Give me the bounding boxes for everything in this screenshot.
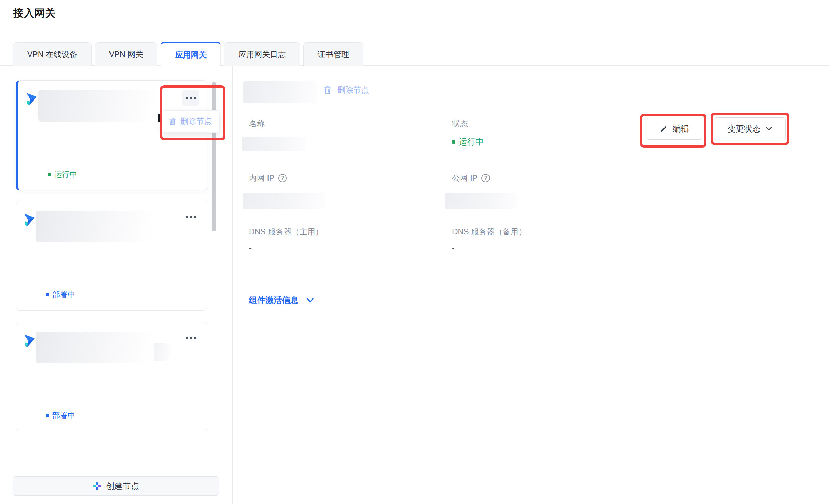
- dns-primary-value: -: [249, 243, 252, 253]
- trash-icon: [169, 117, 176, 125]
- node-more-button[interactable]: [182, 90, 199, 106]
- sidebar-scrollbar[interactable]: [212, 82, 216, 231]
- node-more-button[interactable]: [184, 212, 198, 222]
- status-value: 运行中: [452, 136, 484, 147]
- tab-vpn-gateway[interactable]: VPN 网关: [95, 42, 158, 66]
- edit-button[interactable]: 编辑: [647, 118, 702, 140]
- trash-icon: [324, 86, 332, 95]
- node-logo-icon: [24, 213, 35, 227]
- change-status-label: 变更状态: [727, 123, 760, 134]
- change-status-button[interactable]: 变更状态: [714, 117, 786, 140]
- app-gateway-page: 接入网关 VPN 在线设备 VPN 网关 应用网关 应用网关日志 证书管理 运行…: [0, 0, 829, 504]
- node-card[interactable]: 部署中: [16, 322, 207, 431]
- create-node-button[interactable]: 创建节点: [13, 476, 219, 496]
- component-activation-toggle[interactable]: 组件激活信息: [249, 295, 314, 306]
- delete-node-link[interactable]: 删除节点: [324, 85, 369, 95]
- status-bullet-icon: [46, 293, 49, 296]
- node-status: 运行中: [48, 169, 77, 180]
- chevron-down-icon: [307, 298, 314, 303]
- node-name-masked: [38, 90, 155, 122]
- status-field-label: 状态: [452, 118, 468, 129]
- status-value-label: 运行中: [459, 136, 484, 147]
- node-card-selected[interactable]: 运行中: [16, 80, 207, 190]
- tab-cert-management[interactable]: 证书管理: [303, 42, 363, 66]
- node-more-button[interactable]: [184, 333, 198, 343]
- node-card[interactable]: 部署中: [16, 201, 207, 311]
- node-status-label: 部署中: [52, 410, 75, 421]
- intranet-ip-label: 内网 IP ?: [249, 173, 287, 183]
- pencil-icon: [660, 125, 667, 133]
- create-node-label: 创建节点: [106, 481, 139, 492]
- node-status: 部署中: [46, 290, 75, 300]
- detail-node-name-masked: [243, 81, 317, 103]
- node-name-masked: [36, 211, 153, 242]
- sidebar-divider: [232, 66, 233, 504]
- ellipsis-icon: [186, 337, 188, 339]
- chevron-down-icon: [766, 127, 772, 131]
- tab-app-gateway-logs[interactable]: 应用网关日志: [224, 42, 300, 66]
- status-bullet-icon: [48, 173, 51, 176]
- tab-app-gateway[interactable]: 应用网关: [161, 42, 221, 66]
- node-status: 部署中: [46, 410, 75, 421]
- public-ip-value-masked: [445, 193, 516, 209]
- dns-primary-label: DNS 服务器（主用）: [249, 227, 323, 237]
- masked-text-artifact: [158, 114, 161, 122]
- intranet-ip-value-masked: [243, 193, 325, 209]
- page-title: 接入网关: [13, 6, 56, 20]
- name-value-masked: [242, 137, 306, 151]
- tab-vpn-online-devices[interactable]: VPN 在线设备: [13, 42, 92, 66]
- help-icon[interactable]: ?: [278, 174, 287, 182]
- edit-button-label: 编辑: [673, 123, 689, 134]
- tab-bar: VPN 在线设备 VPN 网关 应用网关 应用网关日志 证书管理: [13, 42, 363, 66]
- help-icon[interactable]: ?: [481, 174, 490, 182]
- dns-backup-value: -: [452, 243, 455, 253]
- plus-icon: [93, 482, 101, 490]
- node-name-masked: [36, 332, 153, 363]
- public-ip-label: 公网 IP ?: [452, 173, 490, 183]
- ellipsis-icon: [186, 216, 188, 218]
- status-bullet-icon: [46, 414, 49, 417]
- status-bullet-icon: [452, 140, 455, 144]
- node-status-label: 运行中: [54, 169, 77, 180]
- node-status-label: 部署中: [52, 290, 75, 300]
- ellipsis-icon: [186, 97, 188, 99]
- node-name-masked-tail: [154, 343, 170, 361]
- node-logo-icon: [24, 334, 35, 348]
- component-activation-label: 组件激活信息: [249, 295, 298, 306]
- delete-node-menu-item[interactable]: 删除节点: [162, 110, 220, 133]
- node-logo-icon: [26, 92, 38, 106]
- delete-node-link-label: 删除节点: [337, 85, 369, 95]
- delete-node-menu-label: 删除节点: [180, 116, 212, 127]
- dns-backup-label: DNS 服务器（备用）: [452, 227, 526, 237]
- name-field-label: 名称: [249, 118, 265, 129]
